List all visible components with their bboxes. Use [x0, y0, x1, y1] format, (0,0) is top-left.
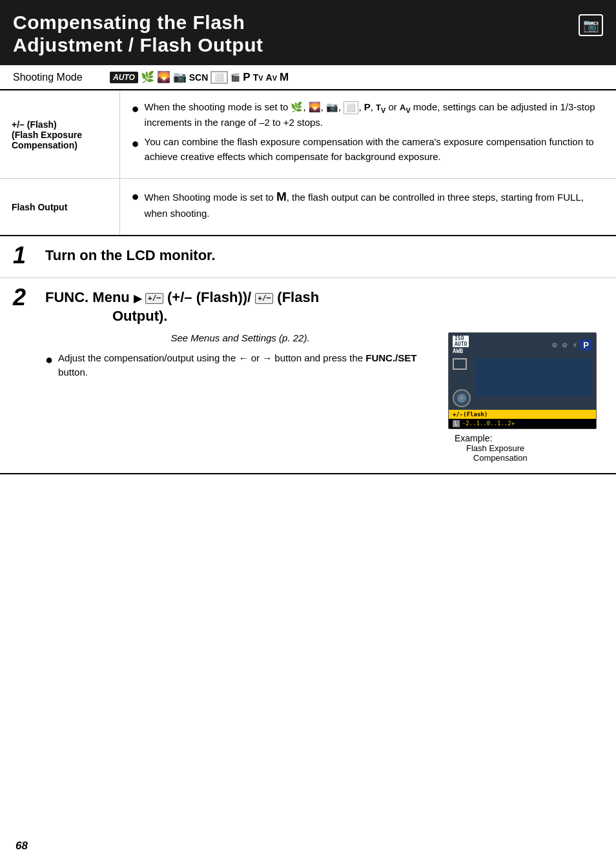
camera-screen: ISOAUTO AWB ⊙ ⊙ ⚡ P: [448, 332, 597, 429]
shooting-mode-label: Shooting Mode: [13, 72, 110, 83]
step-1-number: 1: [13, 244, 45, 267]
awb-label: AWB: [453, 348, 469, 354]
bullet-text-1: When the shooting mode is set to 🌿, 🌄, 📷…: [145, 100, 604, 130]
flash-output-icon: +/–: [255, 293, 273, 303]
shooting-mode-row: Shooting Mode AUTO 🌿 🌄 📷 SCN ⬜ 🎬 P TV AV…: [0, 65, 616, 90]
bullet-text-2: You can combine the flash exposure compe…: [145, 135, 604, 164]
page-header: Compensating the FlashAdjustment / Flash…: [0, 0, 616, 65]
cam-left-panel: ⚡: [453, 358, 471, 407]
camera-icon: 📷: [579, 14, 603, 36]
step-2-body: See Menus and Settings (p. 22). ● Adjust…: [45, 332, 603, 463]
example-text: Example:: [455, 433, 492, 443]
example-sublabel: Flash Exposure Compensation: [448, 443, 603, 463]
cam-top-left: ISOAUTO AWB: [453, 336, 469, 354]
cam-icons-row: ⊙ ⊙ ⚡: [552, 340, 577, 350]
steps-section: 1 Turn on the LCD monitor. 2 FUNC. Menu …: [0, 236, 616, 474]
screen-mode-icon: ⬜: [210, 71, 228, 84]
func-menu-label: FUNC. Menu: [45, 289, 130, 305]
step-1-content: Turn on the LCD monitor.: [45, 247, 603, 265]
av-mode-icon: AV: [266, 72, 277, 83]
cam-middle: ⚡: [449, 357, 596, 410]
bullet-dot-1: ●: [132, 100, 139, 117]
step-2-title: FUNC. Menu ▶ +/– (+/– (Flash))/ +/– (Fla…: [45, 288, 603, 325]
flash-label-1: (+/– (Flash))/: [167, 289, 251, 305]
bullet-dot-3: ●: [132, 188, 139, 205]
step-1-title: Turn on the LCD monitor.: [45, 247, 603, 265]
arrow-icon: ▶: [134, 293, 141, 304]
nature-mode-icon: 🌿: [141, 70, 154, 84]
cam-p-mode: P: [580, 339, 592, 350]
m-mode-icon: M: [280, 71, 289, 84]
step-2-number: 2: [13, 286, 45, 309]
see-menus-text: See Menus and Settings (p. 22).: [45, 332, 435, 343]
cam-rect-icon: [453, 358, 467, 370]
step-2-row: 2 FUNC. Menu ▶ +/– (+/– (Flash))/ +/– (F…: [0, 278, 616, 474]
film-mode-icon: 🎬: [231, 73, 240, 82]
iso-label: ISOAUTO: [453, 336, 469, 347]
bullet-dot-4: ●: [45, 351, 53, 368]
row-content-flash-output: ● When Shooting mode is set to M, the fl…: [119, 179, 616, 236]
camera-screen-container: ISOAUTO AWB ⊙ ⊙ ⚡ P: [448, 332, 603, 463]
scn-mode-icon: SCN: [189, 72, 209, 83]
step-2-text: See Menus and Settings (p. 22). ● Adjust…: [45, 332, 435, 463]
cam-right-area: [475, 358, 592, 397]
cam-inner-btn: ⚡: [457, 394, 466, 403]
cam-flash-symbol: ⚡: [460, 394, 464, 401]
auto-mode-icon: AUTO: [110, 72, 138, 83]
info-table: +/– (Flash)(Flash ExposureCompensation) …: [0, 90, 616, 236]
bullet-text-3: When Shooting mode is set to M, the flas…: [145, 188, 604, 221]
row-label-flash-compensation: +/– (Flash)(Flash ExposureCompensation): [0, 91, 119, 179]
step-2-bullets: ● Adjust the compensation/output using t…: [45, 351, 435, 380]
step-2-content: FUNC. Menu ▶ +/– (+/– (Flash))/ +/– (Fla…: [45, 288, 603, 462]
cam-l-indicator: L: [453, 420, 460, 427]
cam-flash-label-bar: +/-(Flash): [449, 410, 596, 419]
cam-circle-btn: ⚡: [453, 389, 471, 407]
cam-top-right: ⊙ ⊙ ⚡ P: [552, 339, 592, 350]
cam-top-bar: ISOAUTO AWB ⊙ ⊙ ⚡ P: [449, 333, 596, 357]
p-mode-icon: P: [243, 71, 250, 84]
macro-mode-icon: 📷: [173, 70, 187, 84]
table-row-flash-output: Flash Output ● When Shooting mode is set…: [0, 179, 616, 236]
tv-mode-icon: TV: [253, 72, 263, 83]
cam-scale-bar: L -2..1..0..1..2+: [449, 419, 596, 429]
page-title: Compensating the FlashAdjustment / Flash…: [13, 12, 263, 56]
or-text: or: [251, 352, 260, 363]
flash-compensation-icon: +/–: [145, 293, 163, 303]
table-row-flash-compensation: +/– (Flash)(Flash ExposureCompensation) …: [0, 91, 616, 179]
portrait-mode-icon: 🌄: [157, 70, 170, 84]
row-label-flash-output: Flash Output: [0, 179, 119, 236]
bullet-dot-2: ●: [132, 135, 139, 152]
cam-flash-label: +/-(Flash): [453, 411, 592, 418]
page-number: 68: [15, 840, 28, 853]
example-label: Example:: [448, 433, 603, 443]
cam-scale: -2..1..0..1..2+: [462, 420, 515, 427]
step-2-bullet-text: Adjust the compensation/output using the…: [58, 351, 435, 380]
step-1-row: 1 Turn on the LCD monitor.: [0, 236, 616, 278]
row-content-flash-compensation: ● When the shooting mode is set to 🌿, 🌄,…: [119, 91, 616, 179]
shooting-mode-icons: AUTO 🌿 🌄 📷 SCN ⬜ 🎬 P TV AV M: [110, 70, 289, 84]
